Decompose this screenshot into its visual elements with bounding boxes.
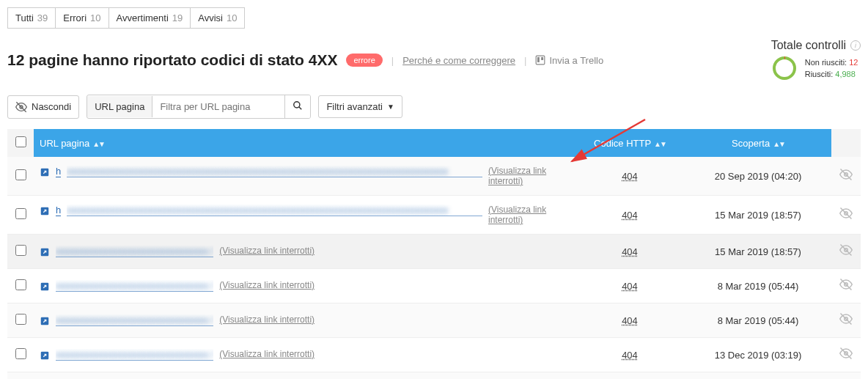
hide-row-icon [839,243,853,257]
sort-icon: ▲▼ [773,140,784,148]
pass-stat: Riusciti: 4,988 [805,68,858,81]
view-broken-links[interactable]: (Visualizza link interrotti) [488,205,569,225]
header-row: 12 pagine hanno riportato codici di stat… [7,39,861,81]
search-button[interactable] [284,95,310,118]
adv-filters-label: Filtri avanzati [326,101,383,112]
url-link[interactable]: h [56,166,61,177]
http-code: 404 [622,281,638,292]
url-redacted[interactable]: xxxxxxxxxxxxxxxxxxxxxxxxxxxxxxxxxxxxxxxx… [67,205,482,216]
search-input[interactable] [152,96,284,117]
row-checkbox[interactable] [15,279,26,290]
url-redacted[interactable]: xxxxxxxxxxxxxxxxxxxxxxxxxxxxxxxx / [56,349,213,361]
why-fix-link[interactable]: Perché e come correggere [402,55,515,66]
tab-count: 10 [90,12,100,23]
select-all-header[interactable] [7,129,34,157]
tab-errori[interactable]: Errori 10 [55,7,108,29]
chevron-down-icon: ▼ [387,103,394,111]
column-discovered[interactable]: Scoperta▲▼ [685,129,831,157]
results-table: URL pagina▲▼ Codice HTTP▲▼ Scoperta▲▼ hx… [7,129,861,379]
external-link-icon[interactable] [40,247,50,257]
table-row: hxxxxxxxxxxxxxxxxxxxxxxxxxxxxxxxxxxxxxxx… [7,196,861,235]
external-link-icon[interactable] [40,350,50,361]
svg-point-3 [774,58,795,78]
separator: | [524,55,526,66]
row-checkbox[interactable] [15,208,26,219]
tab-count: 39 [37,12,48,23]
hide-row-button[interactable] [839,210,853,222]
view-broken-links[interactable]: (Visualizza link interrotti) [219,314,315,325]
svg-point-7 [294,102,300,108]
tab-label: Tutti [15,12,34,23]
http-code: 404 [622,315,638,326]
table-row: hxxxxxxxxxxxxxxxxxxxxxxxxxxxxxxxxxxxxxxx… [7,157,861,196]
external-link-icon[interactable] [40,167,50,177]
tab-count: 19 [172,12,183,23]
url-redacted[interactable]: xxxxxxxxxxxxxxxxxxxxxxxxxxxxxxxx / [56,314,213,326]
url-filter-label: URL pagina [87,96,152,117]
hide-row-button[interactable] [839,281,853,293]
url-link[interactable]: h [56,205,61,216]
table-row: xxxxxxxxxxxxxxxxxxxxxxxxxxxxxxxx /(Visua… [7,372,861,380]
hide-row-icon [839,347,853,360]
hide-row-icon [839,312,853,325]
send-to-trello[interactable]: Invia a Trello [535,55,603,66]
svg-rect-2 [542,57,544,60]
row-checkbox[interactable] [15,169,26,180]
row-checkbox[interactable] [15,314,26,325]
tab-avvertimenti[interactable]: Avvertimenti 19 [108,7,191,29]
eye-slash-icon [15,101,27,113]
discovered-date: 15 Mar 2019 (18:57) [715,210,801,221]
tab-label: Errori [63,12,87,23]
sort-icon: ▲▼ [92,140,104,148]
tab-tutti[interactable]: Tutti 39 [7,7,56,29]
hide-row-button[interactable] [839,315,853,328]
select-all-checkbox[interactable] [15,136,26,147]
column-actions [831,129,861,157]
totals-title: Totale controllii [771,39,861,52]
external-link-icon[interactable] [40,282,50,292]
svg-line-8 [299,107,302,110]
discovered-date: 13 Dec 2019 (03:19) [715,350,802,361]
hide-row-button[interactable] [839,350,853,362]
discovered-date: 8 Mar 2019 (05:44) [718,315,799,326]
tab-label: Avvertimenti [117,12,169,23]
tab-avvisi[interactable]: Avvisi 10 [190,7,245,29]
advanced-filters-button[interactable]: Filtri avanzati ▼ [318,95,402,118]
http-code: 404 [622,246,638,257]
toolbar: Nascondi URL pagina Filtri avanzati ▼ [7,95,861,119]
tab-count: 10 [227,12,237,23]
table-row: xxxxxxxxxxxxxxxxxxxxxxxxxxxxxxxx /(Visua… [7,338,861,372]
view-broken-links[interactable]: (Visualizza link interrotti) [219,349,315,359]
table-row: xxxxxxxxxxxxxxxxxxxxxxxxxxxxxxxx /(Visua… [7,269,861,303]
discovered-date: 8 Mar 2019 (05:44) [718,281,799,292]
svg-rect-1 [537,57,540,62]
trello-icon [535,55,545,65]
column-url[interactable]: URL pagina▲▼ [34,129,575,157]
tab-label: Avvisi [198,12,223,23]
hide-row-button[interactable] [839,246,853,259]
hide-row-icon [839,168,853,181]
url-filter: URL pagina [87,95,311,119]
view-broken-links[interactable]: (Visualizza link interrotti) [219,280,315,290]
hide-button[interactable]: Nascondi [7,95,79,119]
url-redacted[interactable]: xxxxxxxxxxxxxxxxxxxxxxxxxxxxxxxx / [56,246,213,257]
view-broken-links[interactable]: (Visualizza link interrotti) [488,166,569,186]
hide-label: Nascondi [32,101,71,112]
url-redacted[interactable]: xxxxxxxxxxxxxxxxxxxxxxxxxxxxxxxx / [56,280,213,292]
table-row: xxxxxxxxxxxxxxxxxxxxxxxxxxxxxxxx /(Visua… [7,303,861,338]
row-checkbox[interactable] [15,245,26,256]
row-checkbox[interactable] [15,348,26,359]
info-icon[interactable]: i [850,40,861,51]
http-code: 404 [622,350,638,361]
column-code[interactable]: Codice HTTP▲▼ [575,129,685,157]
external-link-icon[interactable] [40,316,50,326]
status-tabs: Tutti 39Errori 10Avvertimenti 19Avvisi 1… [7,7,861,29]
view-broken-links[interactable]: (Visualizza link interrotti) [219,246,315,256]
url-redacted[interactable]: xxxxxxxxxxxxxxxxxxxxxxxxxxxxxxxxxxxxxxxx… [67,166,482,177]
table-row: xxxxxxxxxxxxxxxxxxxxxxxxxxxxxxxx /(Visua… [7,235,861,269]
hide-row-button[interactable] [839,171,853,183]
http-code: 404 [622,210,638,221]
external-link-icon[interactable] [40,206,50,216]
page-title: 12 pagine hanno riportato codici di stat… [7,51,337,69]
hide-row-icon [839,278,853,291]
